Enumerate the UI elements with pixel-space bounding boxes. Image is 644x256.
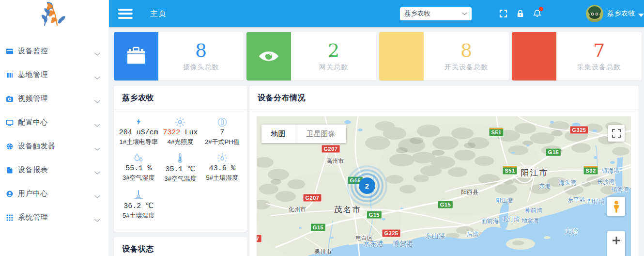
stat-card-row: 8 摄像头总数 2 网关总数 8 开关设备总数 7 采集设备总数 <box>114 32 642 80</box>
map-canvas[interactable]: G207G207G65G15G15G3257G15S51G325G15S51S3… <box>257 116 631 256</box>
topbar: 主页 荔乡农牧 荔乡农牧 <box>109 0 644 27</box>
map-type-tab-map[interactable]: 地图 <box>261 125 295 143</box>
soil-temp-icon <box>133 190 144 200</box>
sidebar-item-label: 用户中心 <box>18 189 94 198</box>
water-label: 镇海湾 <box>612 186 629 194</box>
org-select-dropdown[interactable]: 荔乡农牧 <box>400 7 472 20</box>
avatar[interactable] <box>586 5 603 22</box>
chevron-down-icon <box>94 121 100 125</box>
sidebar-item[interactable]: 设备监控 <box>0 39 109 63</box>
base-manage-icon <box>6 71 14 79</box>
soil-moisture-icon <box>217 153 228 163</box>
sensor-label: 3#空气湿度 <box>123 174 154 182</box>
sensor-item: 36.2 ℃ 5#土壤温度 <box>118 190 159 220</box>
chevron-down-icon <box>94 73 100 77</box>
hamburger-menu-button[interactable] <box>118 6 133 21</box>
map-type-control: 地图卫星图像 <box>261 125 346 143</box>
sidebar-item[interactable]: 基地管理 <box>0 63 109 87</box>
device-cluster-marker[interactable]: 2 <box>359 177 375 194</box>
sidebar-item[interactable]: 设备触发器 <box>0 134 109 158</box>
device-monitor-icon <box>6 47 14 55</box>
water-label: 后湾 <box>467 230 478 239</box>
city-label: 阳江市 <box>521 167 549 178</box>
sidebar-item-label: 设备触发器 <box>18 142 94 151</box>
sensor-item: 43.6 % 5#土壤湿度 <box>201 153 243 183</box>
road-badge: G325 <box>570 126 589 134</box>
bell-icon[interactable] <box>533 9 541 18</box>
road-badge: G325 <box>382 229 401 238</box>
sensor-value: 35.1 ℃ <box>166 164 196 174</box>
city-label: 高州市 <box>326 157 344 165</box>
sensor-label: 3#空气温度 <box>164 175 196 183</box>
stat-card[interactable]: 8 摄像头总数 <box>114 32 244 80</box>
sensor-label: 2#干式PH值 <box>205 138 240 146</box>
chevron-down-icon <box>94 49 100 53</box>
sidebar-item-label: 系统管理 <box>18 213 94 222</box>
map-panel-title: 设备分布情况 <box>249 86 639 110</box>
ph-meter-icon <box>217 117 228 128</box>
street-view-pegman-button[interactable] <box>607 197 625 216</box>
lightning-icon <box>135 117 142 128</box>
sidebar-item[interactable]: 视频管理 <box>0 87 109 111</box>
map-type-tab-satellite[interactable]: 卫星图像 <box>295 125 346 143</box>
sidebar-nav: 设备监控 基地管理 视频管理 配置中心 设备触发器 设备报表 <box>0 39 109 229</box>
fullscreen-icon[interactable] <box>499 9 507 18</box>
video-manage-icon <box>6 95 14 103</box>
stat-card[interactable]: 7 采集设备总数 <box>512 32 642 80</box>
chevron-down-icon <box>94 192 100 196</box>
road-badge: S51 <box>489 128 504 137</box>
thermometer-icon <box>175 153 185 163</box>
stat-card[interactable]: 8 开关设备总数 <box>379 32 509 80</box>
chevron-down-icon <box>94 97 100 101</box>
system-manage-icon <box>6 213 14 222</box>
farm-sensor-panel: 荔乡农牧 204 uS/cm 1#土壤电导率 7322 Lux 4#光照度 7 … <box>114 86 247 232</box>
sidebar-item-label: 视频管理 <box>18 94 94 103</box>
sidebar: 设备监控 基地管理 视频管理 配置中心 设备触发器 设备报表 <box>0 0 109 256</box>
road-badge: G15 <box>310 224 326 232</box>
topbar-right: 荔乡农牧 荔乡农牧 <box>400 5 644 22</box>
sidebar-item[interactable]: 系统管理 <box>0 206 109 229</box>
sensor-value: 55.1 % <box>125 164 152 173</box>
sidebar-item[interactable]: 设备报表 <box>0 158 109 182</box>
map-zoom-in-button[interactable] <box>607 231 625 256</box>
stat-value: 8 <box>195 41 207 60</box>
water-label: 长沙湾 <box>597 178 614 186</box>
water-label: 镇海港 <box>602 167 619 175</box>
stat-card-body: 8 摄像头总数 <box>158 32 244 80</box>
sensor-item: 7 2#干式PH值 <box>201 117 243 146</box>
road-badge: G15 <box>367 211 382 219</box>
humidity-icon <box>133 153 144 163</box>
sensor-value: 36.2 ℃ <box>123 201 153 210</box>
water-label: 博贺港 <box>393 240 413 248</box>
sidebar-item[interactable]: 用户中心 <box>0 182 109 206</box>
stat-color-block <box>379 32 424 80</box>
stat-value: 2 <box>328 41 339 60</box>
water-label: 北汀湾 <box>502 215 520 224</box>
city-label: 茂名市 <box>334 204 362 215</box>
city-label: 阳西县 <box>461 188 478 196</box>
device-distribution-panel: 设备分布情况 <box>249 86 639 256</box>
app-logo-wheat-icon <box>28 0 75 27</box>
chevron-down-icon <box>462 12 467 16</box>
road-badge: S51 <box>502 166 517 175</box>
map-fullscreen-button[interactable] <box>608 125 625 142</box>
stat-card[interactable]: 2 网关总数 <box>246 32 376 80</box>
chevron-down-icon <box>94 144 100 148</box>
stat-label: 摄像头总数 <box>183 63 219 72</box>
lock-icon[interactable] <box>516 9 524 18</box>
sensor-value: 7 <box>220 128 224 137</box>
sensor-value: 43.6 % <box>209 164 235 173</box>
water-label: 水东港 <box>363 240 383 248</box>
sensor-item: 204 uS/cm 1#土壤电导率 <box>118 117 159 146</box>
user-name: 荔乡农牧 <box>607 9 635 18</box>
user-menu-caret-icon[interactable] <box>638 14 644 17</box>
sidebar-item[interactable]: 配置中心 <box>0 111 109 134</box>
sensor-grid: 204 uS/cm 1#土壤电导率 7322 Lux 4#光照度 7 2#干式P… <box>114 110 247 227</box>
water-label: 面前海 <box>481 217 499 225</box>
sensor-item: 55.1 % 3#空气湿度 <box>118 153 159 183</box>
chevron-down-icon <box>94 216 100 220</box>
sensor-item: 7322 Lux 4#光照度 <box>159 117 201 146</box>
water-label: 大湾 <box>565 227 578 236</box>
road-badge: G15 <box>546 148 561 157</box>
water-label: 东平港 <box>567 196 585 204</box>
